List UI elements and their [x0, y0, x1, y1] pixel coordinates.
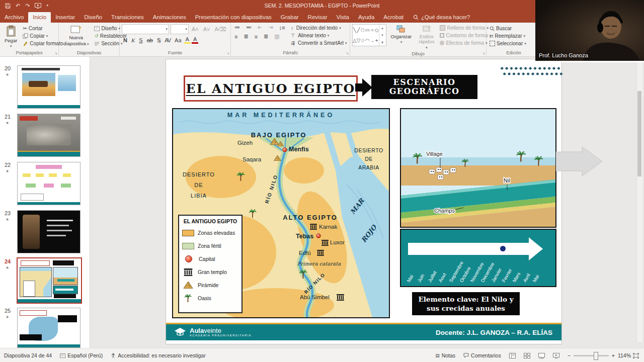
- tab-animaciones[interactable]: Animaciones: [148, 12, 191, 23]
- align-center-icon[interactable]: ≣: [242, 33, 250, 40]
- shape-arc-icon[interactable]: ◠: [365, 38, 370, 43]
- view-slideshow-button[interactable]: [553, 353, 559, 358]
- underline-button[interactable]: S: [137, 37, 144, 43]
- shape-arrow-icon[interactable]: →: [370, 38, 375, 43]
- shape-plus-icon[interactable]: +: [375, 38, 378, 43]
- accessibility-checker[interactable]: Accesibilidad: es necesario investigar: [111, 352, 206, 358]
- numbering-icon[interactable]: ≕: [245, 24, 253, 31]
- language-indicator[interactable]: Español (Perú): [60, 352, 103, 358]
- qat-more-icon[interactable]: ▾: [46, 4, 48, 8]
- tab-transiciones[interactable]: Transiciones: [107, 12, 148, 23]
- align-text-button[interactable]: ⊤Alinear texto▾: [288, 32, 348, 39]
- font-size-combobox[interactable]: ▾: [171, 24, 189, 34]
- zoom-slider[interactable]: [574, 355, 609, 356]
- shrink-font-icon[interactable]: A˅: [202, 26, 212, 32]
- view-sorter-button[interactable]: [524, 353, 530, 358]
- tab-acrobat[interactable]: Acrobat: [379, 12, 408, 23]
- slide-footer-bar[interactable]: Aulaveinte ACADEMIA PREUNIVERSITARIA Doc…: [166, 324, 561, 340]
- slideshow-from-start-icon[interactable]: [35, 3, 41, 9]
- format-painter-button[interactable]: Copiar formato: [22, 40, 64, 47]
- shape-effects-button[interactable]: Efectos de forma▾: [439, 40, 492, 46]
- dialog-launcher-icon[interactable]: ↘: [54, 51, 57, 55]
- italic-button[interactable]: K: [130, 37, 136, 43]
- nile-flood-timeline-panel[interactable]: Mai Juin Juillet Aout Septembre Octobre …: [400, 229, 556, 287]
- align-right-icon[interactable]: ≡: [253, 34, 259, 40]
- find-button[interactable]: Buscar: [489, 25, 539, 32]
- shapes-gallery[interactable]: ╲╱□▭○◇ △▽☆◠→+ ▴▾▼: [352, 24, 386, 46]
- slide-thumbnail-22[interactable]: [17, 162, 80, 205]
- shape-fill-button[interactable]: Relleno de forma▾: [439, 25, 492, 31]
- tab-archivo[interactable]: Archivo: [0, 12, 28, 23]
- slide-thumbnail-23[interactable]: [17, 210, 80, 253]
- shape-diamond-icon[interactable]: ◇: [375, 27, 379, 33]
- vertical-scrollbar[interactable]: [636, 60, 643, 343]
- comments-button[interactable]: Comentarios: [463, 352, 501, 358]
- slide-title-box[interactable]: EL ANTIGUO EGIPTO: [184, 75, 358, 102]
- columns-icon[interactable]: ▥: [273, 33, 281, 40]
- decrease-indent-icon[interactable]: ⇤: [256, 24, 264, 31]
- tab-vista[interactable]: Vista: [332, 12, 354, 23]
- shape-line-icon[interactable]: ╲: [353, 27, 356, 33]
- shape-rounded-rect-icon[interactable]: ▭: [365, 27, 369, 33]
- zoom-out-button[interactable]: −: [568, 352, 571, 358]
- tell-me-search[interactable]: ¿Qué desea hacer?: [408, 12, 475, 23]
- text-direction-button[interactable]: ↕Dirección del texto▾: [288, 25, 348, 31]
- clear-format-icon[interactable]: A⌫: [213, 26, 228, 33]
- scrollbar-thumb[interactable]: [637, 91, 641, 176]
- zoom-in-button[interactable]: +: [612, 352, 615, 358]
- new-slide-button[interactable]: Nueva diapositiva▾: [61, 24, 91, 48]
- tab-revisar[interactable]: Revisar: [303, 12, 332, 23]
- shape-rectangle-icon[interactable]: □: [361, 27, 364, 33]
- shape-star-icon[interactable]: ☆: [360, 38, 365, 43]
- paste-button[interactable]: Pegar ▾: [2, 24, 20, 49]
- replace-button[interactable]: ⇄Reemplazar▾: [489, 33, 539, 39]
- select-button[interactable]: Seleccionar▾: [489, 40, 539, 47]
- undo-icon[interactable]: ↶: [16, 3, 20, 9]
- increase-indent-icon[interactable]: ⇥: [267, 24, 274, 31]
- quick-styles-button[interactable]: Estilos rápidos▾: [416, 24, 437, 51]
- grow-font-icon[interactable]: A˄: [190, 26, 200, 32]
- save-icon[interactable]: [5, 3, 11, 9]
- arrow-right-shape[interactable]: [355, 77, 372, 98]
- font-name-combobox[interactable]: ▾: [122, 24, 169, 34]
- notes-button[interactable]: ▤ Notas: [435, 352, 455, 358]
- text-shadow-button[interactable]: S: [155, 37, 162, 43]
- tab-presentacion[interactable]: Presentación con diapositivas: [191, 12, 276, 23]
- change-case-button[interactable]: Aa: [173, 37, 183, 43]
- shapes-gallery-scroll[interactable]: ▴▾▼: [379, 25, 386, 46]
- shape-outline-button[interactable]: Contorno de forma▾: [439, 32, 492, 39]
- dialog-launcher-icon[interactable]: ↘: [346, 51, 349, 55]
- tab-ayuda[interactable]: Ayuda: [354, 12, 379, 23]
- slide-thumbnail-24-current[interactable]: [17, 257, 82, 304]
- character-spacing-button[interactable]: AV: [163, 37, 172, 43]
- bold-button[interactable]: N: [122, 37, 129, 43]
- webcam-overlay[interactable]: Prof. Lucho Ganoza: [535, 0, 644, 62]
- zoom-slider-thumb[interactable]: [594, 352, 598, 360]
- arrange-button[interactable]: Organizar▾: [388, 24, 415, 45]
- key-element-box[interactable]: Elemento clave: El Nilo y sus crecidas a…: [412, 292, 520, 315]
- egypt-map-panel[interactable]: MAR MEDITERRÁNEO BAJO EGIPTO Gizeh Menfi…: [172, 108, 390, 318]
- tab-insertar[interactable]: Insertar: [51, 12, 79, 23]
- shape-line2-icon[interactable]: ╱: [357, 27, 360, 33]
- slide-thumbnail-25[interactable]: [17, 308, 80, 348]
- convert-smartart-button[interactable]: ⇶Convertir a SmartArt▾: [288, 40, 348, 46]
- slide-canvas[interactable]: EL ANTIGUO EGIPTO ESCENARIO GEOGRÁFICO: [166, 59, 561, 344]
- dialog-launcher-icon[interactable]: ↘: [482, 51, 485, 55]
- gray-arrow-shape[interactable]: [556, 147, 602, 176]
- slide-thumbnail-20[interactable]: [17, 65, 80, 109]
- shape-ellipse-icon[interactable]: ○: [371, 27, 374, 33]
- justify-icon[interactable]: ≣: [262, 33, 270, 40]
- font-color-button[interactable]: A: [192, 36, 198, 44]
- copy-button[interactable]: Copiar▾: [22, 33, 64, 39]
- zoom-level[interactable]: 114%: [618, 352, 631, 358]
- dialog-launcher-icon[interactable]: ↘: [226, 51, 229, 55]
- tab-grabar[interactable]: Grabar: [276, 12, 303, 23]
- view-reading-button[interactable]: [538, 353, 545, 358]
- slide-thumbnail-21[interactable]: [17, 114, 80, 157]
- highlight-color-button[interactable]: A: [184, 36, 191, 44]
- scenario-geografico-box[interactable]: ESCENARIO GEOGRÁFICO: [371, 75, 477, 99]
- shape-triangle-icon[interactable]: △: [353, 38, 357, 43]
- tab-diseno[interactable]: Diseño: [79, 12, 107, 23]
- redo-icon[interactable]: ↷: [25, 3, 30, 9]
- bullets-icon[interactable]: ≔: [233, 24, 242, 31]
